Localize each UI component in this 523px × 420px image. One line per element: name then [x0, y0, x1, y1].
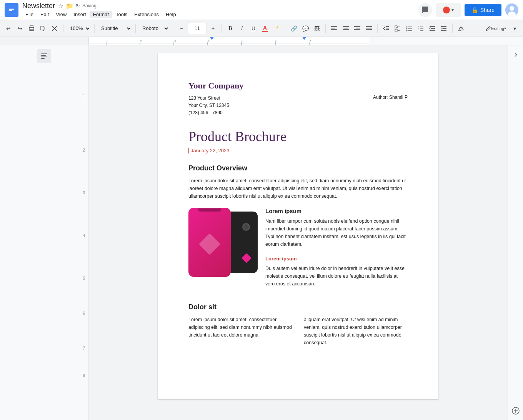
divider-1	[63, 24, 63, 33]
address-area: 123 Your Street Your City, ST 12345 (123…	[188, 95, 408, 117]
expand-right-button[interactable]	[510, 49, 521, 60]
svg-text:4: 4	[208, 39, 210, 43]
print-button[interactable]	[26, 22, 37, 35]
address-line1: 123 Your Street	[188, 95, 229, 102]
paragraph-style-select[interactable]: Subtitle	[98, 23, 132, 34]
page: Your Company 123 Your Street Your City, …	[158, 53, 438, 399]
divider-5	[222, 24, 222, 33]
underline-button[interactable]: U	[248, 22, 259, 35]
star-icon[interactable]: ☆	[58, 2, 63, 10]
image-button[interactable]: 🖼	[311, 22, 322, 35]
expand-toolbar-button[interactable]: ▾	[509, 22, 520, 35]
decrease-indent-button[interactable]	[427, 22, 438, 35]
increase-indent-button[interactable]	[438, 22, 449, 35]
meet-button[interactable]: ▾	[436, 3, 461, 17]
author-text: Author: Shamil P	[373, 95, 408, 117]
bold-button[interactable]: B	[225, 22, 236, 35]
clear-all-button[interactable]	[456, 22, 466, 35]
font-decrease-button[interactable]: −	[176, 22, 187, 35]
svg-rect-3	[9, 9, 14, 10]
font-increase-button[interactable]: +	[208, 22, 218, 35]
add-page-button[interactable]	[510, 405, 521, 416]
line-spacing-button[interactable]	[381, 22, 391, 35]
main-layout: 1 2 3 4 5 6 7 8 Your Company 123 Your St…	[0, 45, 523, 420]
divider-7	[325, 24, 326, 33]
two-col-section: Lorem ipsum Nam liber tempor cum soluta …	[188, 208, 408, 295]
section1-body: Lorem ipsum dolor sit amet, consectetuer…	[188, 177, 408, 200]
doc-date: January 22, 2023	[188, 148, 408, 153]
phone-illustration	[188, 208, 258, 285]
sync-icon[interactable]: ↻	[76, 3, 80, 9]
phone-logo	[242, 253, 251, 263]
svg-marker-57	[302, 37, 306, 40]
company-name[interactable]: Your Company	[188, 81, 408, 91]
svg-rect-4	[9, 10, 12, 11]
svg-rect-2	[9, 8, 14, 8]
redo-button[interactable]: ↪	[15, 22, 25, 35]
align-right-button[interactable]	[352, 22, 363, 35]
lorem-link[interactable]: Lorem ipsum	[265, 256, 408, 262]
menu-help[interactable]: Help	[163, 11, 179, 18]
svg-rect-32	[395, 26, 397, 28]
lorem-link-body: Duis autem vel eum iriure dolor in hendr…	[265, 265, 408, 288]
text-color-button[interactable]: A	[260, 22, 270, 35]
comment-button[interactable]	[418, 3, 432, 17]
align-left-button[interactable]	[329, 22, 340, 35]
document-area[interactable]: Your Company 123 Your Street Your City, …	[88, 45, 508, 420]
svg-rect-75	[41, 57, 47, 57]
numbered-list-button[interactable]: 1.2.3.	[415, 22, 426, 35]
zoom-select[interactable]: 100%	[67, 23, 91, 34]
divider-2	[94, 24, 95, 33]
svg-line-27	[383, 27, 385, 28]
comment-toolbar-button[interactable]: 💬	[300, 22, 311, 35]
divider-6	[285, 24, 285, 33]
menu-view[interactable]: View	[53, 11, 70, 18]
folder-icon[interactable]: 📁	[66, 2, 73, 10]
app-icon[interactable]	[5, 3, 18, 17]
top-bar: Newsletter ☆ 📁 ↻ Saving… File Edit View …	[0, 0, 523, 20]
svg-rect-76	[41, 58, 45, 59]
avatar[interactable]	[505, 3, 518, 17]
paint-format-button[interactable]	[38, 22, 48, 35]
font-family-select[interactable]: Roboto	[139, 23, 170, 34]
undo-button[interactable]: ↩	[3, 22, 14, 35]
align-justify-button[interactable]	[363, 22, 374, 35]
highlight-button[interactable]	[271, 22, 282, 35]
share-button[interactable]: 🔒 Share	[465, 4, 501, 16]
link-button[interactable]: 🔗	[288, 22, 299, 35]
align-center-button[interactable]	[340, 22, 351, 35]
svg-rect-74	[41, 55, 46, 56]
divider-3	[135, 24, 136, 33]
italic-button[interactable]: I	[237, 22, 247, 35]
font-size-input[interactable]	[188, 23, 207, 34]
menu-file[interactable]: File	[22, 11, 37, 18]
menu-edit[interactable]: Edit	[37, 11, 52, 18]
menu-format[interactable]: Format	[90, 11, 112, 18]
section1-heading: Product Overview	[188, 164, 408, 172]
address-line2: Your City, ST 12345	[188, 102, 229, 109]
divider-9	[452, 24, 453, 33]
editing-mode-button[interactable]: Editing ▾	[484, 22, 508, 35]
bullet-list-button[interactable]	[404, 22, 415, 35]
right-panel	[508, 45, 523, 420]
svg-line-33	[396, 27, 396, 28]
address-line3: (123) 456 - 7890	[188, 109, 229, 117]
doc-title[interactable]: Newsletter	[22, 2, 55, 10]
menu-extensions[interactable]: Extensions	[131, 11, 162, 18]
clear-formatting-button[interactable]	[49, 22, 60, 35]
menu-bar: File Edit View Insert Format Tools Exten…	[22, 11, 415, 18]
saving-status: Saving…	[82, 3, 101, 8]
svg-rect-12	[30, 29, 33, 31]
svg-rect-35	[395, 29, 397, 32]
menu-insert[interactable]: Insert	[70, 11, 89, 18]
lorem-body: Nam liber tempor cum soluta nobis eleife…	[265, 217, 408, 248]
phone-screen	[188, 212, 231, 277]
checklist-button[interactable]	[392, 22, 403, 35]
dolor-heading: Dolor sit	[188, 303, 408, 311]
dolor-section: Dolor sit Lorem ipsum dolor sit amet, co…	[188, 303, 408, 347]
outline-icon[interactable]	[37, 49, 51, 63]
ruler-inner: 1 2 3 4 5 6 7	[88, 37, 369, 45]
menu-tools[interactable]: Tools	[113, 11, 130, 18]
main-title[interactable]: Product Brochure	[188, 128, 408, 145]
content-right: Lorem ipsum Nam liber tempor cum soluta …	[265, 208, 408, 295]
